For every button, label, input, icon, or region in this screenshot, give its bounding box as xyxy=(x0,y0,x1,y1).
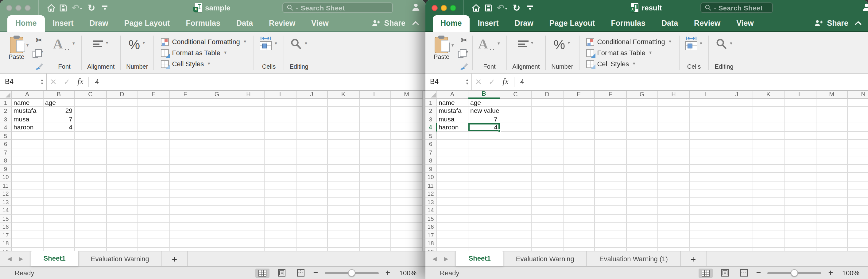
cell-J1[interactable] xyxy=(721,98,753,107)
cell-C17[interactable] xyxy=(500,231,532,239)
row-header-19[interactable]: 19 xyxy=(425,247,437,251)
row-header-7[interactable]: 7 xyxy=(425,148,437,156)
cell-I4[interactable] xyxy=(690,123,721,132)
cell-I14[interactable] xyxy=(690,206,721,214)
cell-G15[interactable] xyxy=(202,214,233,222)
ribbon-tab-formulas[interactable]: Formulas xyxy=(178,15,228,31)
cell-J4[interactable] xyxy=(721,123,753,132)
cell-M11[interactable] xyxy=(391,181,423,189)
cell-E13[interactable] xyxy=(563,198,595,206)
zoom-slider[interactable] xyxy=(768,272,822,274)
cell-K17[interactable] xyxy=(328,231,360,239)
cell-H13[interactable] xyxy=(233,198,265,206)
row-header-3[interactable]: 3 xyxy=(0,115,12,123)
cell-F16[interactable] xyxy=(595,222,626,231)
cell-C1[interactable] xyxy=(500,98,532,107)
cell-M2[interactable] xyxy=(391,107,423,115)
cell-F3[interactable] xyxy=(170,115,202,123)
cell-A14[interactable] xyxy=(12,206,43,214)
save-icon[interactable] xyxy=(482,1,494,14)
cell-N16[interactable] xyxy=(848,222,868,231)
zoom-out-button[interactable]: − xyxy=(756,269,761,277)
cell-M6[interactable] xyxy=(816,140,848,148)
cell-M5[interactable] xyxy=(391,132,423,140)
cells-group[interactable]: ▼ Cells xyxy=(681,34,707,71)
cell-C13[interactable] xyxy=(75,198,106,206)
cell-E4[interactable] xyxy=(138,123,170,132)
cell-J16[interactable] xyxy=(296,222,328,231)
format-painter-icon[interactable] xyxy=(460,63,468,70)
cell-G6[interactable] xyxy=(202,140,233,148)
cell-J18[interactable] xyxy=(296,239,328,247)
cell-E19[interactable] xyxy=(563,247,595,251)
collapse-ribbon-icon[interactable] xyxy=(852,15,868,31)
cell-A1[interactable]: name xyxy=(437,98,468,107)
cell-L17[interactable] xyxy=(360,231,391,239)
column-header-M[interactable]: M xyxy=(391,91,423,98)
cell-C9[interactable] xyxy=(75,165,106,173)
cell-G4[interactable] xyxy=(202,123,233,132)
cell-G19[interactable] xyxy=(626,247,658,251)
cell-D6[interactable] xyxy=(532,140,563,148)
cell-H18[interactable] xyxy=(658,239,690,247)
cell-J19[interactable] xyxy=(296,247,328,251)
cell-D1[interactable] xyxy=(532,98,563,107)
cell-K11[interactable] xyxy=(753,181,784,189)
redo-icon[interactable]: ↻ xyxy=(85,1,98,14)
cell-F5[interactable] xyxy=(595,132,626,140)
cell-K4[interactable] xyxy=(753,123,784,132)
cell-F6[interactable] xyxy=(170,140,202,148)
cut-icon[interactable]: ✂ xyxy=(461,36,468,45)
cell-D3[interactable] xyxy=(106,115,138,123)
cell-L4[interactable] xyxy=(360,123,391,132)
cell-B1[interactable]: age xyxy=(468,98,500,107)
cell-E8[interactable] xyxy=(563,156,595,165)
font-group[interactable]: A‥▼ Font xyxy=(50,34,79,71)
cell-J13[interactable] xyxy=(721,198,753,206)
zoom-in-button[interactable]: + xyxy=(385,269,390,277)
sheet-tab-sheet1[interactable]: Sheet1 xyxy=(31,249,79,266)
cell-L18[interactable] xyxy=(784,239,816,247)
cell-L12[interactable] xyxy=(784,189,816,198)
row-header-18[interactable]: 18 xyxy=(425,239,437,247)
cell-G1[interactable] xyxy=(626,98,658,107)
row-header-9[interactable]: 9 xyxy=(425,165,437,173)
row-header-11[interactable]: 11 xyxy=(425,181,437,189)
cell-K1[interactable] xyxy=(328,98,360,107)
cell-H15[interactable] xyxy=(233,214,265,222)
cell-E3[interactable] xyxy=(138,115,170,123)
column-header-K[interactable]: K xyxy=(753,91,784,98)
cell-H12[interactable] xyxy=(658,189,690,198)
row-header-1[interactable]: 1 xyxy=(425,98,437,107)
cell-J10[interactable] xyxy=(721,173,753,181)
cell-L7[interactable] xyxy=(784,148,816,156)
cell-G10[interactable] xyxy=(202,173,233,181)
cell-H19[interactable] xyxy=(658,247,690,251)
row-header-10[interactable]: 10 xyxy=(425,173,437,181)
cell-B8[interactable] xyxy=(43,156,75,165)
cell-N15[interactable] xyxy=(848,214,868,222)
cell-K18[interactable] xyxy=(753,239,784,247)
cell-M16[interactable] xyxy=(816,222,848,231)
cell-D7[interactable] xyxy=(106,148,138,156)
cell-C6[interactable] xyxy=(75,140,106,148)
cell-E6[interactable] xyxy=(138,140,170,148)
row-header-2[interactable]: 2 xyxy=(0,107,12,115)
undo-caret-icon[interactable]: ▼ xyxy=(79,6,83,10)
cell-H10[interactable] xyxy=(233,173,265,181)
enter-icon[interactable]: ✓ xyxy=(485,74,499,90)
cell-E11[interactable] xyxy=(563,181,595,189)
cell-B17[interactable] xyxy=(43,231,75,239)
cell-H5[interactable] xyxy=(658,132,690,140)
ribbon-options-icon[interactable]: ▼ xyxy=(99,1,111,14)
cell-N18[interactable] xyxy=(848,239,868,247)
cell-L19[interactable] xyxy=(360,247,391,251)
cell-G18[interactable] xyxy=(626,239,658,247)
cell-C18[interactable] xyxy=(500,239,532,247)
cell-D8[interactable] xyxy=(532,156,563,165)
cell-K7[interactable] xyxy=(328,148,360,156)
cell-E13[interactable] xyxy=(138,198,170,206)
cell-M14[interactable] xyxy=(391,206,423,214)
row-header-16[interactable]: 16 xyxy=(0,222,12,231)
ribbon-tab-page-layout[interactable]: Page Layout xyxy=(116,15,178,31)
